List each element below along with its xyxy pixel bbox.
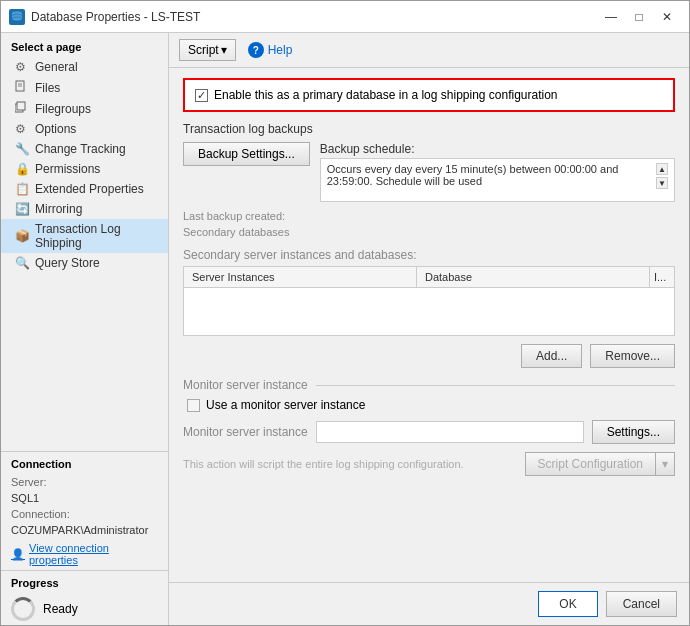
backup-schedule-box: Backup schedule: Occurs every day every … <box>320 142 675 202</box>
last-backup-label: Last backup created: <box>183 210 285 222</box>
monitor-label: Monitor server instance <box>183 378 308 392</box>
filegroups-icon <box>15 101 29 116</box>
extended-props-icon: 📋 <box>15 182 29 196</box>
sidebar-item-transaction-log-shipping[interactable]: 📦 Transaction Log Shipping <box>1 219 168 253</box>
sidebar-item-label: Query Store <box>35 256 100 270</box>
enable-checkbox[interactable]: ✓ <box>195 89 208 102</box>
sidebar-item-label: Extended Properties <box>35 182 144 196</box>
monitor-use-checkbox[interactable] <box>187 399 200 412</box>
sidebar-item-permissions[interactable]: 🔒 Permissions <box>1 159 168 179</box>
options-icon: ⚙ <box>15 122 29 136</box>
tx-log-title: Transaction log backups <box>183 122 675 136</box>
server-instances-table: Server Instances Database I... <box>183 266 675 336</box>
sidebar-item-mirroring[interactable]: 🔄 Mirroring <box>1 199 168 219</box>
progress-status: Ready <box>43 602 78 616</box>
title-bar: Database Properties - LS-TEST — □ ✕ <box>1 1 689 33</box>
sidebar: Select a page ⚙ General Files Filegroups… <box>1 33 169 625</box>
connection-server-value: SQL1 <box>1 490 168 506</box>
right-panel: Script ▾ ? Help ✓ Enable this as a <box>169 33 689 625</box>
add-button[interactable]: Add... <box>521 344 582 368</box>
tx-log-section: Transaction log backups Backup Settings.… <box>183 122 675 238</box>
progress-header: Progress <box>1 570 168 593</box>
script-config-btn-label: Script Configuration <box>526 453 656 475</box>
secondary-server-label: Secondary server instances and databases… <box>183 248 675 262</box>
secondary-db-label: Secondary databases <box>183 226 289 238</box>
enable-checkbox-label[interactable]: Enable this as a primary database in a l… <box>214 88 558 102</box>
backup-schedule-label: Backup schedule: <box>320 142 675 156</box>
mirroring-icon: 🔄 <box>15 202 29 216</box>
script-arrow-icon: ▾ <box>221 43 227 57</box>
col-server-instances: Server Instances <box>184 267 417 287</box>
settings-button[interactable]: Settings... <box>592 420 675 444</box>
help-icon: ? <box>248 42 264 58</box>
monitor-instance-row: Monitor server instance Settings... <box>183 420 675 444</box>
change-tracking-icon: 🔧 <box>15 142 29 156</box>
files-icon <box>15 80 29 95</box>
monitor-section: Monitor server instance Use a monitor se… <box>183 378 675 444</box>
main-content: Select a page ⚙ General Files Filegroups… <box>1 33 689 625</box>
user-icon: 👤 <box>11 548 25 561</box>
sidebar-item-change-tracking[interactable]: 🔧 Change Tracking <box>1 139 168 159</box>
minimize-button[interactable]: — <box>597 7 625 27</box>
cancel-button[interactable]: Cancel <box>606 591 677 617</box>
col-extra: I... <box>650 267 674 287</box>
sidebar-header: Select a page <box>1 33 168 57</box>
sidebar-item-label: Options <box>35 122 76 136</box>
sidebar-item-files[interactable]: Files <box>1 77 168 98</box>
panel-content: ✓ Enable this as a primary database in a… <box>169 68 689 582</box>
sidebar-item-label: Change Tracking <box>35 142 126 156</box>
script-config-row: This action will script the entire log s… <box>183 452 675 476</box>
permissions-icon: 🔒 <box>15 162 29 176</box>
sidebar-item-label: Filegroups <box>35 102 91 116</box>
monitor-checkbox-row: Use a monitor server instance <box>183 398 675 412</box>
general-icon: ⚙ <box>15 60 29 74</box>
script-config-label: This action will script the entire log s… <box>183 458 517 470</box>
help-button[interactable]: ? Help <box>240 39 301 61</box>
schedule-scrollbar[interactable]: ▲ ▼ <box>656 163 668 189</box>
connection-conn-label: Connection: <box>1 506 168 522</box>
secondary-server-section: Secondary server instances and databases… <box>183 248 675 336</box>
monitor-label-row: Monitor server instance <box>183 378 675 392</box>
sidebar-item-label: Permissions <box>35 162 100 176</box>
connection-server-label: Server: <box>1 474 168 490</box>
sidebar-item-extended-properties[interactable]: 📋 Extended Properties <box>1 179 168 199</box>
scroll-down-button[interactable]: ▼ <box>656 177 668 189</box>
title-bar-left: Database Properties - LS-TEST <box>9 9 200 25</box>
script-button[interactable]: Script ▾ <box>179 39 236 61</box>
monitor-instance-label: Monitor server instance <box>183 425 308 439</box>
table-body <box>184 288 674 333</box>
database-icon <box>9 9 25 25</box>
ok-button[interactable]: OK <box>538 591 597 617</box>
script-config-button[interactable]: Script Configuration ▾ <box>525 452 675 476</box>
view-connection-link[interactable]: 👤 View connection properties <box>1 538 168 570</box>
progress-section: Progress Ready <box>1 570 168 625</box>
title-bar-controls: — □ ✕ <box>597 7 681 27</box>
script-config-arrow-icon: ▾ <box>656 453 674 475</box>
window-title: Database Properties - LS-TEST <box>31 10 200 24</box>
monitor-instance-input[interactable] <box>316 421 584 443</box>
query-store-icon: 🔍 <box>15 256 29 270</box>
add-remove-buttons: Add... Remove... <box>183 344 675 368</box>
help-label: Help <box>268 43 293 57</box>
sidebar-item-query-store[interactable]: 🔍 Query Store <box>1 253 168 273</box>
last-backup-row: Last backup created: <box>183 210 675 222</box>
backup-row: Backup Settings... Backup schedule: Occu… <box>183 142 675 202</box>
sidebar-item-label: Transaction Log Shipping <box>35 222 158 250</box>
close-button[interactable]: ✕ <box>653 7 681 27</box>
bottom-bar: OK Cancel <box>169 582 689 625</box>
monitor-checkbox-label: Use a monitor server instance <box>206 398 365 412</box>
table-header: Server Instances Database I... <box>184 267 674 288</box>
sidebar-item-general[interactable]: ⚙ General <box>1 57 168 77</box>
secondary-db-row: Secondary databases <box>183 226 675 238</box>
scroll-up-button[interactable]: ▲ <box>656 163 668 175</box>
backup-settings-button[interactable]: Backup Settings... <box>183 142 310 166</box>
svg-rect-9 <box>17 102 25 110</box>
schedule-text: Occurs every day every 15 minute(s) betw… <box>327 163 656 187</box>
sidebar-item-filegroups[interactable]: Filegroups <box>1 98 168 119</box>
remove-button[interactable]: Remove... <box>590 344 675 368</box>
sidebar-item-options[interactable]: ⚙ Options <box>1 119 168 139</box>
schedule-text-box: Occurs every day every 15 minute(s) betw… <box>320 158 675 202</box>
sidebar-item-label: General <box>35 60 78 74</box>
sidebar-item-label: Mirroring <box>35 202 82 216</box>
maximize-button[interactable]: □ <box>625 7 653 27</box>
